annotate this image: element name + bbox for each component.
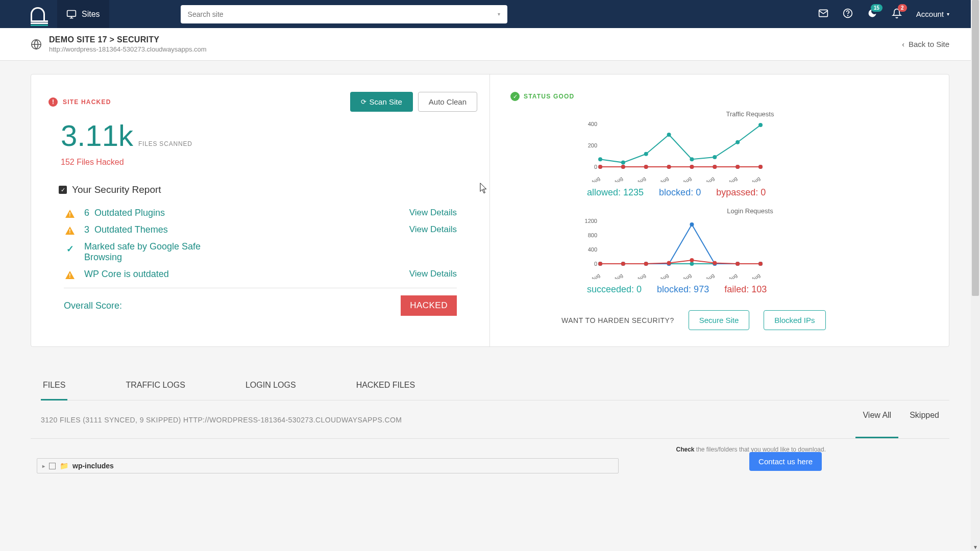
- subtab-view-all[interactable]: View All: [863, 411, 891, 429]
- contact-us-button[interactable]: Contact us here: [749, 452, 822, 471]
- app-logo: [31, 7, 45, 21]
- svg-point-32: [713, 165, 717, 169]
- top-nav: Sites ▾ 15 2 Account ▾: [0, 0, 980, 28]
- svg-point-14: [667, 133, 671, 137]
- report-item-text: Marked safe by Google Safe Browsing: [84, 241, 217, 263]
- tree-checkbox[interactable]: [49, 463, 56, 469]
- divider: [64, 288, 457, 288]
- breadcrumb-text: DEMO SITE 17 > SECURITY http://wordpress…: [49, 35, 207, 53]
- svg-point-17: [736, 140, 740, 144]
- svg-point-65: [644, 262, 648, 266]
- legend-blocked: blocked: 0: [659, 187, 701, 198]
- report-item: 3Outdated ThemesView Details: [64, 221, 477, 238]
- help-button[interactable]: [843, 8, 853, 20]
- svg-point-12: [621, 161, 625, 165]
- legend-failed: failed: 103: [724, 284, 767, 295]
- folder-icon: 📁: [60, 462, 68, 470]
- security-scan-panel: ! SITE HACKED ⟳ Scan Site Auto Clean 3.1…: [31, 74, 490, 346]
- svg-point-16: [713, 155, 717, 159]
- overall-score-badge: HACKED: [401, 295, 457, 316]
- activity-button[interactable]: 15: [867, 8, 877, 20]
- svg-point-63: [598, 262, 602, 266]
- scrollbar[interactable]: ▲ ▼: [971, 0, 980, 551]
- tree-expand-icon[interactable]: ▸: [42, 463, 45, 469]
- tab-login-logs[interactable]: LOGIN LOGS: [243, 375, 298, 400]
- svg-point-5: [847, 15, 848, 15]
- svg-text:16-Aug: 16-Aug: [744, 176, 761, 182]
- svg-text:15-Aug: 15-Aug: [722, 272, 739, 279]
- mail-icon: [818, 8, 828, 18]
- notifications-button[interactable]: 2: [892, 8, 902, 20]
- tree-root-label: wp-includes: [72, 462, 114, 470]
- report-item: ✓Marked safe by Google Safe Browsing: [64, 238, 477, 266]
- svg-point-18: [758, 123, 763, 127]
- account-menu[interactable]: Account ▾: [916, 10, 949, 18]
- svg-point-15: [690, 157, 694, 161]
- back-to-site-link[interactable]: ‹ Back to Site: [902, 40, 949, 48]
- monitor-icon: [66, 9, 77, 19]
- overall-score-label: Overall Score:: [64, 300, 122, 311]
- svg-point-31: [690, 165, 694, 169]
- svg-text:400: 400: [588, 246, 597, 253]
- file-area: Check the files/folders that you would l…: [31, 439, 949, 473]
- svg-point-66: [667, 261, 671, 265]
- svg-text:200: 200: [588, 142, 597, 148]
- svg-point-13: [644, 152, 648, 156]
- site-search[interactable]: ▾: [181, 5, 507, 23]
- svg-point-64: [621, 262, 625, 266]
- search-input[interactable]: [188, 10, 500, 18]
- tab-files[interactable]: FILES: [41, 375, 67, 400]
- files-meta-row: 3120 FILES (3111 SYNCED, 9 SKIPPED) HTTP…: [31, 400, 949, 439]
- files-scanned-value: 3.11k: [61, 121, 133, 151]
- scroll-down-icon[interactable]: ▼: [973, 544, 978, 550]
- check-hint-bold: Check: [676, 446, 694, 453]
- page-title: DEMO SITE 17 > SECURITY: [49, 35, 207, 44]
- refresh-icon: ⟳: [361, 98, 366, 106]
- svg-point-68: [713, 261, 717, 265]
- notifications-badge: 2: [898, 4, 907, 12]
- svg-point-30: [667, 165, 671, 169]
- svg-text:13-Aug: 13-Aug: [676, 176, 693, 182]
- sites-nav-label: Sites: [82, 10, 100, 19]
- scan-site-button[interactable]: ⟳ Scan Site: [350, 92, 413, 112]
- tab-hacked-files[interactable]: HACKED FILES: [354, 375, 418, 400]
- svg-text:09-Aug: 09-Aug: [584, 176, 601, 182]
- alert-icon: !: [48, 97, 58, 107]
- security-report-title: ✓ Your Security Report: [59, 184, 477, 195]
- account-label: Account: [916, 10, 944, 18]
- report-item-text: 6Outdated Plugins: [84, 208, 217, 218]
- mail-button[interactable]: [818, 8, 828, 20]
- auto-clean-button[interactable]: Auto Clean: [418, 92, 477, 112]
- secure-site-button[interactable]: Secure Site: [689, 310, 750, 330]
- blocked-ips-button[interactable]: Blocked IPs: [764, 310, 825, 330]
- svg-text:15-Aug: 15-Aug: [722, 176, 739, 182]
- security-report-list: 6Outdated PluginsView Details3Outdated T…: [64, 205, 477, 283]
- file-tree-row[interactable]: ▸ 📁 wp-includes: [37, 458, 619, 473]
- svg-point-69: [736, 262, 740, 266]
- svg-text:14-Aug: 14-Aug: [699, 272, 716, 279]
- scan-site-label: Scan Site: [370, 97, 402, 106]
- globe-icon: [31, 39, 42, 50]
- site-url: http://wordpress-181364-530273.cloudways…: [49, 45, 207, 53]
- svg-text:800: 800: [588, 232, 597, 238]
- legend-blocked: blocked: 973: [657, 284, 709, 295]
- svg-point-67: [690, 258, 694, 262]
- warning-icon: [65, 227, 75, 235]
- checkbox-icon: ✓: [59, 186, 67, 194]
- sites-nav-button[interactable]: Sites: [57, 0, 109, 28]
- view-details-link[interactable]: View Details: [409, 208, 457, 218]
- view-details-link[interactable]: View Details: [409, 224, 457, 235]
- scroll-thumb[interactable]: [972, 0, 979, 296]
- warning-icon: [65, 271, 75, 279]
- svg-point-59: [690, 222, 694, 227]
- view-details-link[interactable]: View Details: [409, 269, 457, 279]
- help-icon: [843, 8, 853, 18]
- svg-text:16-Aug: 16-Aug: [744, 272, 761, 279]
- tab-traffic-logs[interactable]: TRAFFIC LOGS: [124, 375, 187, 400]
- svg-text:11-Aug: 11-Aug: [630, 176, 647, 182]
- svg-point-28: [621, 165, 625, 169]
- subtab-skipped[interactable]: Skipped: [910, 411, 939, 429]
- traffic-chart-title: Traffic Requests: [572, 110, 928, 118]
- report-item-text: WP Core is outdated: [84, 269, 217, 280]
- chevron-left-icon: ‹: [902, 40, 904, 48]
